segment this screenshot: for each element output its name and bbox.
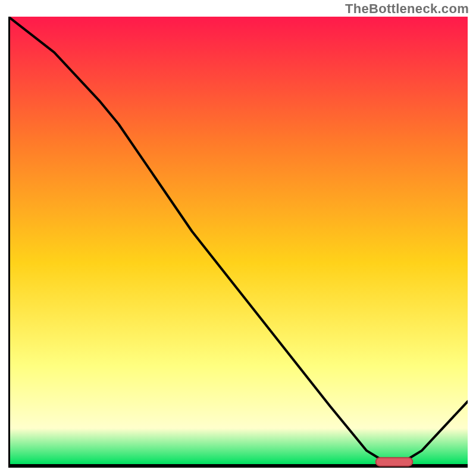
sweet-spot-marker (376, 458, 413, 466)
watermark-text: TheBottleneck.com (345, 1, 469, 17)
chart-container: TheBottleneck.com (0, 0, 476, 476)
gradient-background (8, 17, 468, 464)
plot-area (8, 17, 468, 468)
chart-svg (8, 17, 468, 468)
